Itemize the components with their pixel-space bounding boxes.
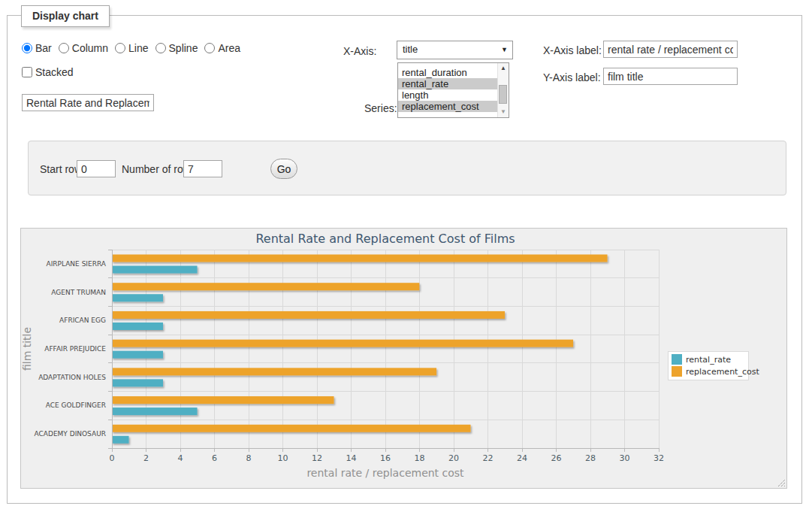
chart-type-text: Spline — [169, 42, 198, 54]
bar-rental_rate[interactable] — [112, 351, 163, 359]
y-axis-label-input[interactable] — [603, 68, 738, 85]
category-label: AIRPLANE SIERRA — [46, 260, 106, 268]
bar-replacement_cost[interactable] — [112, 425, 471, 432]
chart-container: AIRPLANE SIERRAAGENT TRUMANAFRICAN EGGAF… — [20, 228, 787, 489]
go-button[interactable]: Go — [270, 159, 297, 179]
bar-replacement_cost[interactable] — [112, 311, 505, 319]
chart-type-text: Column — [72, 42, 108, 54]
x-tick-label: 22 — [483, 453, 494, 463]
x-tick-label: 12 — [312, 453, 322, 463]
chart-type-option-spline[interactable]: Spline — [155, 42, 198, 54]
legend-swatch — [672, 354, 682, 365]
bar-rental_rate[interactable] — [112, 323, 163, 330]
resize-grip-icon[interactable] — [777, 478, 785, 486]
bar-replacement_cost[interactable] — [112, 396, 334, 404]
bar-rental_rate[interactable] — [112, 436, 129, 444]
chart-type-option-area[interactable]: Area — [204, 42, 240, 54]
x-tick-label: 30 — [620, 453, 630, 463]
x-tick-label: 16 — [380, 453, 391, 463]
x-axis-select-label: X-Axis: — [343, 45, 376, 57]
dropdown-arrow-icon: ▼ — [501, 47, 508, 53]
x-tick-label: 0 — [110, 453, 115, 463]
legend-label: rental_rate — [686, 355, 731, 365]
bar-rental_rate[interactable] — [112, 379, 163, 386]
category-label: ACE GOLDFINGER — [46, 401, 106, 409]
start-row-input[interactable] — [77, 160, 116, 177]
chart-type-text: Line — [128, 42, 148, 54]
chart-type-radio-line[interactable] — [115, 43, 125, 53]
legend: rental_ratereplacement_cost — [669, 352, 760, 380]
chart-type-radio-spline[interactable] — [155, 43, 166, 53]
scroll-down-icon[interactable]: ▼ — [498, 109, 509, 115]
x-tick-label: 14 — [346, 453, 357, 463]
y-axis-title: film title — [21, 327, 33, 371]
x-tick-label: 4 — [178, 453, 183, 463]
page: Display chart BarColumnLineSplineArea St… — [0, 0, 812, 512]
chart-type-text: Bar — [35, 42, 52, 54]
chart-type-radio-area[interactable] — [204, 43, 215, 53]
legend-item-rental_rate[interactable]: rental_rate — [672, 354, 731, 365]
x-axis-title: rental rate / replacement cost — [306, 467, 464, 479]
chart-type-option-column[interactable]: Column — [59, 42, 108, 54]
chart-type-radio-bar[interactable] — [22, 43, 32, 53]
number-of-rows-input[interactable] — [183, 160, 222, 177]
chart-type-text: Area — [218, 42, 240, 54]
x-axis-label-input[interactable] — [603, 41, 738, 58]
series-option-length[interactable]: length — [398, 89, 497, 101]
chart-title-input[interactable] — [22, 94, 154, 111]
bar-rental_rate[interactable] — [112, 294, 163, 301]
chart-type-option-line[interactable]: Line — [115, 42, 148, 54]
scrollbar-thumb[interactable] — [499, 85, 507, 104]
series-listbox[interactable]: rental_durationrental_ratelengthreplacem… — [397, 62, 509, 118]
category-label: AFRICAN EGG — [59, 317, 106, 324]
x-tick-label: 2 — [143, 453, 149, 463]
stacked-label: Stacked — [35, 66, 74, 78]
x-tick-label: 28 — [585, 453, 596, 463]
y-axis-label-field-label: Y-Axis label: — [543, 71, 601, 83]
bar-replacement_cost[interactable] — [112, 368, 436, 375]
x-axis-select[interactable]: title ▼ — [397, 41, 513, 59]
category-label: AGENT TRUMAN — [51, 289, 106, 296]
stacked-option[interactable]: Stacked — [22, 66, 74, 78]
series-option-rental_duration[interactable]: rental_duration — [398, 67, 497, 78]
chart-type-option-bar[interactable]: Bar — [22, 42, 52, 54]
category-label: ACADEMY DINOSAUR — [35, 430, 106, 438]
category-label: AFFAIR PREJUDICE — [44, 345, 106, 353]
scroll-up-icon[interactable]: ▲ — [498, 65, 509, 71]
x-tick-label: 6 — [212, 453, 217, 463]
bar-rental_rate[interactable] — [112, 407, 198, 415]
x-axis-label-field-label: X-Axis label: — [543, 44, 602, 56]
chart-type-radio-column[interactable] — [59, 43, 69, 53]
chart-type-radio-group: BarColumnLineSplineArea — [22, 42, 247, 54]
x-tick-label: 24 — [517, 453, 527, 463]
series-label: Series: — [364, 102, 397, 114]
chart-title: Rental Rate and Replacement Cost of Film… — [255, 232, 515, 246]
category-label: ADAPTATION HOLES — [38, 374, 106, 381]
x-tick-label: 10 — [278, 453, 288, 463]
x-tick-label: 20 — [448, 453, 459, 463]
stacked-checkbox[interactable] — [22, 67, 32, 77]
series-options: rental_durationrental_ratelengthreplacem… — [398, 67, 497, 112]
legend-label: replacement_cost — [686, 367, 759, 377]
display-chart-legend: Display chart — [21, 5, 110, 27]
x-tick-label: 32 — [654, 453, 664, 463]
bar-replacement_cost[interactable] — [112, 255, 608, 262]
x-tick-label: 26 — [551, 453, 562, 463]
row-range-panel: Start row: Number of rows: Go — [28, 141, 786, 195]
bar-replacement_cost[interactable] — [112, 283, 419, 290]
x-tick-label: 18 — [415, 453, 425, 463]
bar-chart: AIRPLANE SIERRAAGENT TRUMANAFRICAN EGGAF… — [21, 229, 786, 488]
series-option-rental_rate[interactable]: rental_rate — [398, 78, 497, 89]
x-tick-label: 8 — [246, 453, 252, 463]
bar-rental_rate[interactable] — [112, 266, 198, 274]
legend-swatch — [672, 366, 682, 377]
bar-replacement_cost[interactable] — [112, 340, 573, 347]
series-option-replacement_cost[interactable]: replacement_cost — [398, 101, 497, 112]
x-axis-select-value: title — [403, 44, 418, 55]
listbox-scrollbar[interactable]: ▲ ▼ — [497, 63, 509, 117]
